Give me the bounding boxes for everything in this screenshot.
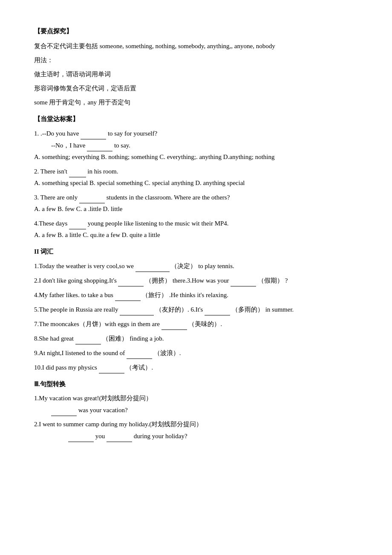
v1-hint: （决定） — [171, 263, 196, 269]
q4-text: 4.These days — [34, 220, 67, 227]
v8-text1: 10.I did pass my physics — [34, 364, 97, 371]
v5-block: 7.The mooncakes（月饼）with eggs in them are… — [34, 318, 358, 330]
v3-text2: .He thinks it's relaxing. — [169, 292, 228, 298]
q3-blank — [79, 191, 105, 203]
q4-blank — [69, 217, 86, 229]
q1-options: A. something; everything B. nothing; som… — [34, 151, 358, 163]
q1-text2: to say for yourself? — [108, 130, 157, 137]
v4-block: 5.The people in Russia are really （友好的）.… — [34, 304, 358, 315]
q4-line1: 4.These days young people like listening… — [34, 217, 358, 229]
q3-line1: 3. There are only students in the classr… — [34, 191, 358, 203]
q2-line1: 2. There isn't in his room. — [34, 165, 358, 177]
v1-block: 1.Today the weather is very cool,so we （… — [34, 260, 358, 272]
v6-blank — [75, 332, 101, 344]
v8-hint: （考试）. — [126, 364, 153, 371]
s1-text: 1.My vacation was great!(对划线部分提问） — [34, 393, 358, 404]
q4-block: 4.These days young people like listening… — [34, 217, 358, 241]
v2-blank — [118, 275, 144, 286]
v5-hint: （美味的）. — [188, 321, 222, 327]
v3-block: 4.My father likes. to take a bus （旅行） .H… — [34, 289, 358, 301]
v6-block: 8.She had great （困难） finding a job. — [34, 332, 358, 344]
v6-hint: （困难） — [102, 335, 128, 342]
s2-blank1 — [68, 430, 94, 442]
v4-blank2 — [205, 304, 230, 315]
s2-sub2: during your holiday? — [134, 433, 187, 439]
v7-blank — [127, 347, 152, 359]
v2-blank2 — [231, 275, 256, 286]
section2-title: 【当堂达标案】 — [34, 113, 358, 125]
v6-text1: 8.She had great — [34, 335, 74, 342]
q2-block: 2. There isn't in his room. A. something… — [34, 165, 358, 189]
v5-blank — [161, 318, 187, 330]
v4-text1: 5.The people in Russia are really — [34, 306, 118, 313]
q4-options: A. a few B. a little C. qu.ite a few D. … — [34, 229, 358, 241]
s1-sub-text: was your vacation? — [78, 407, 128, 413]
v2-text3: ? — [285, 277, 288, 284]
v2-hint2: （假期） — [258, 277, 283, 284]
v2-text2: there.3.How was your — [173, 277, 229, 284]
q4-text2: young people like listening to the music… — [88, 220, 229, 227]
q3-block: 3. There are only students in the classr… — [34, 191, 358, 215]
section1-rule3: some 用于肯定句，any 用于否定句 — [34, 97, 358, 108]
q2-options: A. something special B. special somethin… — [34, 177, 358, 189]
v7-hint: （波浪）. — [154, 350, 181, 356]
section1-title: 【要点探究】 — [34, 26, 358, 37]
section1-intro: 复合不定代词主要包括 someone, something, nothing, … — [34, 40, 358, 52]
q1-block: 1. .--Do you have to say for yourself? -… — [34, 127, 358, 163]
v8-blank — [99, 361, 124, 373]
v1-text1: 1.Today the weather is very cool,so we — [34, 263, 134, 269]
q2-text: 2. There isn't — [34, 168, 67, 175]
section3-title: II 词汇 — [34, 246, 358, 257]
q1-sub-blank — [87, 139, 112, 151]
q1-text: 1. .--Do you have — [34, 130, 79, 137]
v7-text1: 9.At night,I listened to the sound of — [34, 350, 125, 356]
s1-block: 1.My vacation was great!(对划线部分提问） was yo… — [34, 393, 358, 416]
q2-text2: in his room. — [87, 168, 118, 175]
v4-hint2: （多雨的） — [232, 306, 264, 313]
s1-blank1 — [51, 404, 77, 416]
section1-usage-title: 用法： — [34, 55, 358, 66]
q1-line1: 1. .--Do you have to say for yourself? — [34, 127, 358, 139]
v1-text2: to play tennis. — [198, 263, 234, 269]
v4-blank — [120, 304, 154, 315]
v3-hint: （旅行） — [142, 292, 167, 298]
s2-text: 2.I went to summer camp during my holida… — [34, 419, 358, 430]
section1-rule1: 做主语时，谓语动词用单词 — [34, 69, 358, 80]
v3-text1: 4.My father likes. to take a bus — [34, 292, 113, 298]
v3-blank — [115, 289, 141, 301]
section4-title: Ⅲ.句型转换 — [34, 379, 358, 390]
v8-block: 10.I did pass my physics （考试）. — [34, 361, 358, 373]
v4-text2: 6.It's — [190, 306, 203, 313]
v7-block: 9.At night,I listened to the sound of （波… — [34, 347, 358, 359]
v5-text1: 7.The mooncakes（月饼）with eggs in them are — [34, 321, 160, 327]
q1-line2: --No，I have to say. — [34, 139, 358, 151]
s2-sub1: you — [95, 433, 105, 439]
q1-sub-text2: to say. — [114, 142, 130, 149]
s2-blank2 — [107, 430, 132, 442]
section1-rule2: 形容词修饰复合不定代词，定语后置 — [34, 83, 358, 94]
s2-sub: you during your holiday? — [34, 430, 358, 442]
q3-text: 3. There are only — [34, 194, 78, 201]
v1-blank — [135, 260, 170, 272]
v4-hint: （友好的）. — [156, 306, 189, 313]
v2-block: 2.I don't like going shopping.It's （拥挤） … — [34, 275, 358, 286]
q3-options: A. a few B. few C. a .little D. little — [34, 203, 358, 215]
q1-blank — [81, 127, 106, 139]
s2-block: 2.I went to summer camp during my holida… — [34, 419, 358, 442]
v2-hint: （拥挤） — [145, 277, 171, 284]
v4-text3: in summer. — [265, 306, 294, 313]
s1-sub: was your vacation? — [34, 404, 358, 416]
v2-text1: 2.I don't like going shopping.It's — [34, 277, 117, 284]
q3-text2: students in the classroom. Where are the… — [107, 194, 230, 201]
v6-text2: finding a job. — [130, 335, 164, 342]
q2-blank — [69, 165, 86, 177]
q1-sub-text: --No，I have — [51, 142, 85, 149]
